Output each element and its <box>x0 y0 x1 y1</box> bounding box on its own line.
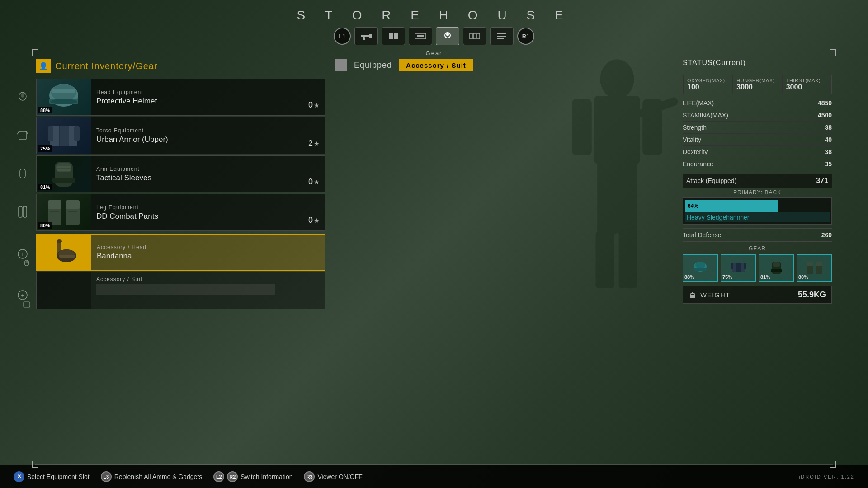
accessory-suit-slot-icon: + <box>14 275 32 315</box>
torso-category: Torso Equipment <box>96 127 320 134</box>
svg-rect-48 <box>57 169 71 171</box>
leg-category: Leg Equipment <box>96 204 320 211</box>
gear-section-header: GEAR <box>683 245 832 252</box>
equipped-icon <box>335 59 347 71</box>
weight-label: WEIGHT <box>689 291 730 299</box>
accessory-head-slot-icon: + <box>14 234 32 274</box>
svg-point-70 <box>695 262 705 269</box>
arm-category: Arm Equipment <box>96 166 320 172</box>
weapon-name: Heavy Sledgehammer <box>685 212 830 222</box>
tab-develop[interactable] <box>409 27 432 45</box>
tab-l1[interactable]: L1 <box>334 28 351 45</box>
svg-rect-12 <box>389 33 393 39</box>
svg-point-25 <box>21 93 24 98</box>
leg-equipment-image: 80% <box>37 194 91 230</box>
svg-rect-71 <box>694 268 707 271</box>
svg-point-63 <box>57 239 62 243</box>
equipped-label: Equipped <box>354 61 392 70</box>
equipped-badge: Accessory / Suit <box>399 59 473 71</box>
svg-text:+: + <box>21 251 24 258</box>
svg-rect-19 <box>473 33 476 39</box>
switch-label: Switch Information <box>241 473 292 480</box>
equipped-header: Equipped Accessory / Suit <box>335 59 674 71</box>
accessory-head-image <box>37 235 91 270</box>
svg-rect-9 <box>361 35 369 37</box>
svg-rect-13 <box>394 33 398 39</box>
head-percent-badge: 88% <box>38 107 52 113</box>
head-slot-icon <box>14 79 32 116</box>
total-defense-row: Total Defense 260 <box>683 228 832 242</box>
torso-percent-badge: 75% <box>38 145 52 152</box>
tab-bar: L1 R1 <box>0 25 868 49</box>
torso-equipment-slot[interactable]: 75% Torso E <box>36 117 326 154</box>
gear-thumb-3: 80% <box>797 254 832 282</box>
attack-row: Attack (Equipped) 371 <box>683 174 832 188</box>
arm-slot-icon <box>14 154 32 192</box>
svg-rect-76 <box>744 263 746 269</box>
accessory-head-slot[interactable]: Accessory / Head Bandanna <box>36 234 326 271</box>
equipment-list: 88% Head Equipment <box>36 79 326 231</box>
gear-thumb-2: 81% <box>759 254 794 282</box>
tab-gear[interactable] <box>436 27 459 45</box>
leg-percent-badge: 80% <box>38 222 52 229</box>
accessory-suit-info: Accessory / Suit <box>91 272 325 309</box>
svg-rect-30 <box>19 206 22 217</box>
svg-rect-10 <box>369 34 372 38</box>
arm-equipment-slot[interactable]: 81% Arm Equipment Tactical Slee <box>36 155 326 192</box>
oxygen-cell: OXYGEN(MAX) 100 <box>683 75 732 94</box>
storehouse-title: S T O R E H O U S E <box>0 0 868 25</box>
bottom-controls: ✕ Select Equipment Slot L3 Replenish All… <box>14 471 363 482</box>
status-grid-top: OXYGEN(MAX) 100 HUNGER(MAX) 3000 THIRST(… <box>683 75 832 94</box>
svg-rect-75 <box>731 263 733 269</box>
svg-rect-46 <box>52 178 75 183</box>
svg-rect-15 <box>417 35 424 37</box>
btn-r3: R3 <box>304 471 315 482</box>
arm-equipment-image: 81% <box>37 156 91 192</box>
replenish-label: Replenish All Ammo & Gadgets <box>114 473 203 480</box>
svg-rect-52 <box>66 200 80 209</box>
svg-rect-51 <box>48 200 61 209</box>
accessory-suit-slot[interactable]: Accessory / Suit <box>36 272 326 309</box>
arm-percent-badge: 81% <box>38 184 52 190</box>
tab-staff[interactable] <box>463 27 486 45</box>
control-switch: L2 R2 Switch Information <box>213 471 292 482</box>
head-equipment-slot[interactable]: 88% Head Equipment <box>36 79 326 116</box>
panel-header-title: Current Inventory/Gear <box>55 61 158 71</box>
primary-back-header: PRIMARY: BACK <box>683 189 832 196</box>
tab-r1[interactable]: R1 <box>517 28 534 45</box>
head-name: Protective Helmet <box>96 97 320 106</box>
weapon-bar: 64% <box>685 200 778 212</box>
svg-rect-18 <box>470 33 472 39</box>
head-category: Head Equipment <box>96 89 320 95</box>
svg-point-36 <box>50 99 77 104</box>
tab-item[interactable] <box>382 27 405 45</box>
status-header: STATUS(Current) <box>683 59 832 70</box>
tab-weapon[interactable] <box>354 27 378 45</box>
svg-rect-11 <box>363 37 365 40</box>
viewer-label: Viewer ON/OFF <box>317 473 362 480</box>
endurance-row: Endurance 35 <box>683 158 832 170</box>
svg-rect-40 <box>48 126 53 141</box>
torso-slot-icon <box>14 116 32 154</box>
accessory-suit-category: Accessory / Suit <box>96 276 320 282</box>
tab-intel[interactable] <box>490 27 514 45</box>
vitality-row: Vitality 40 <box>683 134 832 146</box>
svg-point-67 <box>339 61 343 66</box>
life-row: LIFE(MAX) 4850 <box>683 97 832 109</box>
panel-header: 👤 Current Inventory/Gear <box>36 59 326 73</box>
btn-x: ✕ <box>14 471 24 482</box>
active-tab-label: Gear <box>426 50 443 56</box>
svg-point-58 <box>26 261 28 263</box>
svg-rect-82 <box>807 262 813 266</box>
svg-rect-84 <box>690 295 695 298</box>
svg-rect-68 <box>337 66 344 70</box>
svg-rect-61 <box>24 302 30 307</box>
svg-rect-66 <box>59 255 75 258</box>
stamina-row: STAMINA(MAX) 4500 <box>683 109 832 122</box>
torso-equipment-info: Torso Equipment Urban Armor (Upper) <box>91 117 325 154</box>
torso-equipment-image: 75% <box>37 117 91 154</box>
accessory-head-category: Accessory / Head <box>97 244 319 250</box>
arm-name: Tactical Sleeves <box>96 174 320 183</box>
svg-text:+: + <box>21 292 24 299</box>
leg-equipment-slot[interactable]: 80% Leg Equipment <box>36 194 326 231</box>
